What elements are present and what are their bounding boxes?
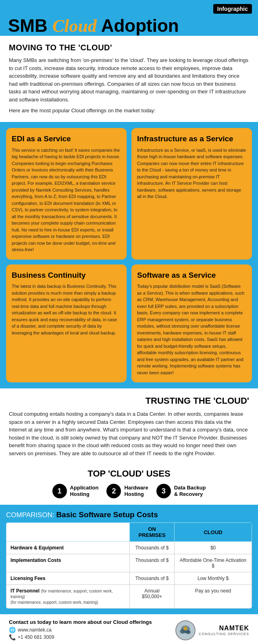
comparison-table: ON PREMISES CLOUD Hardware & Equipment T… [6, 522, 252, 609]
infographic-badge: Infographic [213, 4, 252, 14]
row-sublabel-3: (for maintenance, support, custom work, … [10, 600, 98, 605]
use-label-3: Data Backup& Recovery [174, 485, 206, 498]
logo-text: NAMTEK CONSULTING SERVICES [199, 625, 249, 636]
use-number-2: 2 [106, 484, 121, 498]
card-iaas-title: Infrastructure as a Service [137, 134, 246, 144]
comparison-header: COMPARISON: Basic Software Setup Costs [6, 510, 252, 519]
title-part1: SMB [8, 16, 52, 35]
trusting-heading: TRUSTING THE 'CLOUD' [9, 396, 249, 406]
logo-sub: CONSULTING SERVICES [199, 632, 249, 636]
phone-icon: 📞 [9, 634, 16, 640]
row-label-3: IT Personnel (for maintenance, support, … [6, 585, 130, 609]
use-item-1: 1 ApplicationHosting [52, 484, 99, 498]
card-saas: Software as a Service Today's popular di… [131, 264, 252, 383]
comparison-section: COMPARISON: Basic Software Setup Costs O… [0, 505, 258, 614]
card-bc-body: The latest in data backup is Business Co… [12, 283, 121, 336]
footer-section: Contact us today to learn more about our… [0, 614, 258, 644]
svg-point-4 [183, 627, 187, 630]
footer-contact-title: Contact us today to learn more about our… [9, 619, 152, 625]
row-on-premises-2: Thousands of $ [129, 572, 174, 585]
cards-grid: EDI as a Service This service is catchin… [6, 128, 252, 383]
uses-grid: 1 ApplicationHosting 2 HardwareHosting 3… [9, 484, 249, 498]
col-header-cloud: CLOUD [175, 523, 252, 542]
row-on-premises-3: Annual $50,000+ [129, 585, 174, 609]
footer-logo: NAMTEK CONSULTING SERVICES [175, 620, 249, 640]
top-uses-section: TOP 'CLOUD' USES 1 ApplicationHosting 2 … [0, 464, 258, 505]
table-row: Hardware & Equipment Thousands of $ $0 [6, 542, 252, 554]
footer-left: Contact us today to learn more about our… [9, 619, 152, 641]
row-on-premises-0: Thousands of $ [129, 542, 174, 554]
table-row: Licensing Fees Thousands of $ Low Monthl… [6, 572, 252, 585]
table-row: Implementation Costs Thousands of $ Affo… [6, 554, 252, 572]
footer-website: 🌐 www.namtek.ca [9, 627, 152, 633]
logo-circle [175, 620, 196, 640]
globe-icon: 🌐 [9, 627, 16, 633]
top-uses-title: TOP 'CLOUD' USES [9, 469, 249, 479]
use-number-1: 1 [52, 484, 67, 498]
use-label-1: ApplicationHosting [70, 485, 99, 498]
use-item-2: 2 HardwareHosting [106, 484, 148, 498]
use-number-3: 3 [156, 484, 171, 498]
card-iaas-body: Infrastructure as a Service, or IaaS, is… [137, 147, 246, 200]
row-label-1: Implementation Costs [6, 554, 130, 572]
row-cloud-2: Low Monthly $ [175, 572, 252, 585]
row-cloud-0: $0 [175, 542, 252, 554]
card-bc-title: Business Continuity [12, 271, 121, 280]
row-cloud-1: Affordable One-Time Activation $ [175, 554, 252, 572]
col-header-empty [6, 523, 130, 542]
card-saas-body: Today's popular distribution model is Sa… [137, 283, 246, 376]
logo-svg [176, 621, 195, 640]
moving-body: Many SMBs are switching from 'on-premise… [9, 56, 249, 103]
moving-heading: MOVING TO THE 'CLOUD' [9, 43, 249, 52]
row-label-2: Licensing Fees [6, 572, 130, 585]
use-item-3: 3 Data Backup& Recovery [156, 484, 206, 498]
card-edi-body: This service is catching on fast! It sav… [12, 147, 121, 253]
table-row: IT Personnel (for maintenance, support, … [6, 585, 252, 609]
col-header-on-premises: ON PREMISES [129, 523, 174, 542]
moving-subtext: Here are the most popular Cloud offering… [9, 107, 249, 115]
card-iaas: Infrastructure as a Service Infrastructu… [131, 128, 252, 260]
comparison-label: COMPARISON: [6, 511, 54, 519]
use-label-2: HardwareHosting [124, 485, 148, 498]
moving-section: MOVING TO THE 'CLOUD' Many SMBs are swit… [0, 36, 258, 122]
trusting-body: Cloud computing entails hosting a compan… [9, 410, 249, 457]
title-cursive: Cloud [52, 16, 97, 36]
card-saas-title: Software as a Service [137, 271, 246, 280]
title-part2: Adoption [97, 16, 179, 35]
header-section: Infographic SMB Cloud Adoption [0, 0, 258, 36]
trusting-section: TRUSTING THE 'CLOUD' Cloud computing ent… [0, 388, 258, 464]
card-edi: EDI as a Service This service is catchin… [6, 128, 127, 260]
row-cloud-3: Pay as you need [175, 585, 252, 609]
row-label-0: Hardware & Equipment [6, 542, 130, 554]
row-on-premises-1: Thousands of $ [129, 554, 174, 572]
card-edi-title: EDI as a Service [12, 134, 121, 144]
card-bc: Business Continuity The latest in data b… [6, 264, 127, 383]
cards-section: EDI as a Service This service is catchin… [0, 122, 258, 389]
comparison-subheading: Basic Software Setup Costs [56, 510, 158, 519]
svg-point-3 [185, 630, 191, 634]
footer-phone: 📞 +1 450 681 3009 [9, 634, 152, 640]
logo-name: NAMTEK [199, 625, 249, 632]
